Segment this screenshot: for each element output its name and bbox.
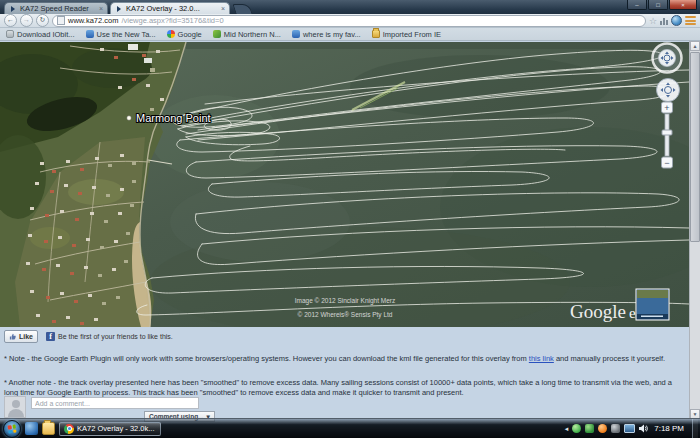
system-tray: ◂ 7:18 PM — [565, 419, 700, 438]
like-button[interactable]: Like — [4, 330, 38, 343]
bookmark-label: Download IObit... — [17, 30, 75, 39]
task-label: KA72 Overlay - 32.0k... — [77, 424, 155, 433]
bookmark-use-new-tab[interactable]: Use the New Ta... — [86, 30, 156, 39]
zoom-slider-thumb[interactable] — [662, 130, 672, 135]
tab-ka72-speed-reader[interactable]: KA72 Speed Reader × — [4, 2, 108, 14]
url-domain: www.ka72.com — [68, 16, 118, 25]
show-desktop-button[interactable] — [692, 419, 698, 438]
reload-icon[interactable]: ↻ — [36, 14, 49, 27]
bookmark-star-icon[interactable]: ☆ — [649, 16, 657, 26]
minimize-button[interactable]: – — [627, 0, 647, 10]
google-earth-plugin[interactable]: Marmong Point Image © 2012 Sinclair Knig… — [0, 42, 689, 327]
tab-close-icon[interactable]: × — [221, 5, 225, 12]
stats-extension-icon[interactable] — [660, 17, 668, 25]
url-path: /viewge.aspx?fid=35176&tid=0 — [121, 16, 223, 25]
bookmarks-bar: Download IObit... Use the New Ta... Goog… — [0, 28, 700, 41]
comment-input[interactable] — [31, 397, 199, 409]
place-label: Marmong Point — [136, 112, 211, 124]
zoom-out-icon[interactable]: − — [664, 158, 669, 168]
tab-ka72-overlay[interactable]: KA72 Overlay - 32.0... × — [110, 2, 230, 14]
globe-extension-icon[interactable] — [671, 15, 682, 26]
start-button[interactable] — [3, 420, 21, 438]
bookmark-label: Use the New Ta... — [97, 30, 156, 39]
bookmark-label: Mid Northern N... — [224, 30, 281, 39]
bookmark-where-is-my-fav[interactable]: where is my fav... — [292, 30, 361, 39]
new-tab-button[interactable] — [232, 4, 252, 14]
pinned-app-icon[interactable] — [25, 422, 38, 435]
facebook-icon: f — [46, 332, 55, 341]
page-icon — [57, 16, 65, 25]
forward-icon[interactable]: → — [20, 14, 33, 27]
ka72-favicon — [9, 5, 17, 13]
ge-look-control[interactable] — [653, 44, 682, 73]
scroll-up-icon[interactable]: ▲ — [690, 41, 700, 51]
windows-taskbar: KA72 Overlay - 32.0k... ◂ 7:18 PM — [0, 418, 700, 438]
bookmark-favicon — [213, 30, 221, 38]
close-button[interactable]: × — [669, 0, 697, 10]
note-text: * Note - the Google Earth Plugin will on… — [4, 354, 529, 363]
windows-flag-icon — [7, 424, 16, 433]
taskbar-clock[interactable]: 7:18 PM — [654, 424, 684, 433]
tray-icon-orange-app[interactable] — [598, 424, 607, 433]
bookmark-label: Google — [178, 30, 202, 39]
browser-toolbar: ← → ↻ www.ka72.com/viewge.aspx?fid=35176… — [0, 14, 700, 28]
place-marker-dot[interactable] — [127, 116, 131, 120]
tray-icon-gray-app[interactable] — [611, 424, 620, 433]
scrollbar-thumb[interactable] — [690, 52, 700, 242]
tab-title: KA72 Overlay - 32.0... — [126, 4, 218, 13]
bookmark-imported-from-ie[interactable]: Imported From IE — [372, 30, 441, 39]
bookmark-favicon — [292, 30, 300, 38]
kml-download-link[interactable]: this link — [529, 354, 554, 363]
chrome-icon — [64, 424, 74, 434]
bookmark-mid-northern[interactable]: Mid Northern N... — [213, 30, 281, 39]
like-status: f Be the first of your friends to like t… — [46, 332, 173, 341]
show-hidden-icons[interactable]: ◂ — [565, 425, 569, 433]
note-smoothed-track: * Another note - the track overlay prese… — [4, 378, 684, 398]
bookmark-favicon — [6, 30, 14, 38]
google-favicon — [167, 30, 175, 38]
ge-move-control[interactable] — [657, 79, 680, 102]
taskbar-chrome-window[interactable]: KA72 Overlay - 32.0k... — [59, 422, 161, 436]
desktop: KA72 Speed Reader × KA72 Overlay - 32.0.… — [0, 0, 700, 438]
speaker-icon[interactable] — [639, 424, 648, 433]
data-copyright: © 2012 Whereis® Sensis Pty Ltd — [298, 311, 393, 319]
browser-titlebar[interactable]: KA72 Speed Reader × KA72 Overlay - 32.0.… — [0, 0, 700, 14]
bookmark-label: where is my fav... — [303, 30, 361, 39]
tab-title: KA72 Speed Reader — [20, 4, 96, 13]
facebook-like-row: Like f Be the first of your friends to l… — [4, 329, 173, 343]
note-text: and manually process it yourself. — [554, 354, 665, 363]
note-google-earth-plugin: * Note - the Google Earth Plugin will on… — [4, 354, 684, 364]
imagery-copyright: Image © 2012 Sinclair Knight Merz — [295, 297, 396, 305]
map-canvas[interactable]: Marmong Point Image © 2012 Sinclair Knig… — [0, 42, 689, 327]
explorer-icon[interactable] — [42, 422, 55, 435]
thumbs-up-icon — [9, 333, 16, 340]
maximize-button[interactable]: □ — [648, 0, 668, 10]
back-icon[interactable]: ← — [4, 14, 17, 27]
tab-close-icon[interactable]: × — [99, 5, 103, 12]
bookmark-label: Imported From IE — [383, 30, 441, 39]
chrome-menu-icon[interactable] — [685, 16, 696, 25]
folder-icon — [372, 30, 380, 38]
tray-icon-green-shield[interactable] — [572, 424, 581, 433]
page-scrollbar[interactable]: ▲ ▼ — [689, 41, 700, 419]
overview-map-inset[interactable] — [636, 289, 669, 320]
ge-zoom-control[interactable]: + − — [662, 102, 673, 168]
window-controls: – □ × — [626, 0, 697, 10]
ka72-favicon — [115, 5, 123, 13]
bookmark-favicon — [86, 30, 94, 38]
bookmark-download-iobit[interactable]: Download IObit... — [6, 30, 75, 39]
display-network-icon[interactable] — [624, 424, 635, 433]
facebook-comment-plugin: Comment using... ▾ — [4, 396, 264, 420]
page-content: Marmong Point Image © 2012 Sinclair Knig… — [0, 41, 700, 419]
address-bar[interactable]: www.ka72.com/viewge.aspx?fid=35176&tid=0 — [52, 15, 646, 27]
avatar — [4, 396, 26, 418]
bookmark-google[interactable]: Google — [167, 30, 202, 39]
zoom-in-icon[interactable]: + — [664, 103, 669, 113]
like-label: Like — [19, 333, 33, 340]
tray-icon-green-app[interactable] — [585, 424, 594, 433]
like-status-text: Be the first of your friends to like thi… — [58, 333, 173, 340]
